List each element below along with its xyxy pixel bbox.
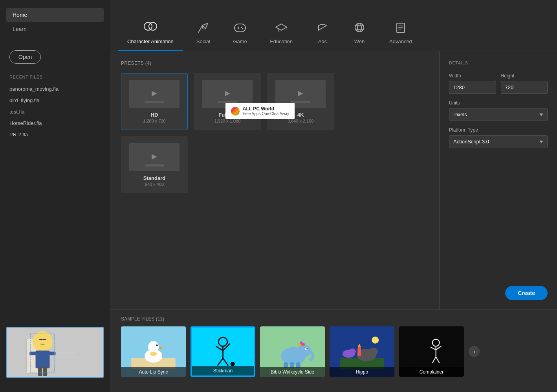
sample-files-section: SAMPLE FILES (11) [110, 310, 557, 392]
preset-4k-name: 4K [297, 112, 304, 118]
svg-point-31 [156, 344, 158, 346]
web-icon [352, 22, 366, 35]
sidebar-navigation: Home Learn [0, 8, 110, 36]
recent-file-item[interactable]: panoroma_moving.fla [0, 83, 110, 95]
preset-standard-size: 640 x 480 [145, 182, 164, 187]
svg-rect-6 [43, 367, 47, 376]
tab-social[interactable]: Social [187, 16, 220, 51]
recent-file-item[interactable]: bird_flying.fla [0, 95, 110, 106]
tab-advanced[interactable]: Advanced [380, 16, 421, 51]
details-panel: DETAILS Width Height Units Pixels Inches… [439, 51, 557, 310]
tab-ads[interactable]: Ads [306, 16, 339, 51]
watermark-text: ALL PC World Free Apps One Click Away [243, 106, 289, 116]
presets-section: PRESETS (4) HD 1,280 x 720 Full HD 1,920… [110, 51, 439, 310]
preset-card-hd[interactable]: HD 1,280 x 720 [121, 73, 188, 130]
svg-rect-4 [49, 352, 56, 355]
tab-game[interactable]: Game [224, 16, 257, 51]
sample-card-auto-lip-sync[interactable]: Auto Lip Sync [121, 326, 186, 377]
svg-point-20 [357, 23, 361, 32]
height-input[interactable] [501, 81, 548, 94]
create-button[interactable]: Create [505, 286, 548, 300]
watermark-overlay: ALL PC World Free Apps One Click Away [225, 103, 295, 119]
details-title: DETAILS [449, 60, 548, 65]
sample-scroll-right[interactable]: › [469, 346, 480, 357]
units-select[interactable]: Pixels Inches Centimeters [449, 108, 548, 121]
tab-education[interactable]: Education [260, 16, 302, 51]
tab-character-animation[interactable]: Character Animation [118, 16, 183, 51]
tab-web[interactable]: Web [343, 16, 376, 51]
svg-point-16 [241, 27, 242, 28]
content-area: PRESETS (4) HD 1,280 x 720 Full HD 1,920… [110, 51, 557, 310]
character-animation-icon [143, 22, 158, 35]
units-field: Units Pixels Inches Centimeters [449, 100, 548, 121]
svg-rect-8 [55, 349, 83, 351]
recent-file-item[interactable]: test.fla [0, 106, 110, 117]
recent-file-item[interactable]: HorseRider.fla [0, 117, 110, 129]
width-label: Width [449, 73, 496, 79]
svg-point-43 [297, 344, 311, 357]
presets-grid: HD 1,280 x 720 Full HD 1,920 x 1,080 4K … [121, 73, 428, 193]
complainer-name: Complainer [399, 367, 464, 377]
preset-hd-icon [129, 80, 180, 108]
tab-character-animation-label: Character Animation [127, 38, 174, 44]
stickman-name: Stickman [192, 366, 254, 376]
dimensions-row: Width Height [449, 73, 548, 94]
sidebar-item-home[interactable]: Home [6, 8, 104, 22]
biblo-name: Biblo Walkcycle Side [260, 367, 325, 377]
sample-card-stickman[interactable]: Stickman [191, 326, 255, 377]
svg-rect-61 [409, 334, 454, 369]
platform-select[interactable]: ActionScript 3.0 HTML5 Canvas WebGL [449, 135, 548, 148]
presets-label: PRESETS (4) [121, 60, 428, 66]
tab-ads-label: Ads [318, 38, 327, 44]
width-group: Width [449, 73, 496, 94]
height-group: Height [501, 73, 548, 94]
svg-rect-13 [235, 24, 246, 32]
svg-rect-5 [38, 367, 42, 376]
svg-rect-59 [357, 347, 361, 356]
tab-web-label: Web [354, 38, 365, 44]
svg-point-40 [231, 362, 235, 366]
svg-point-30 [148, 341, 159, 354]
svg-point-48 [300, 341, 303, 344]
sample-card-complainer[interactable]: Complainer [399, 326, 464, 377]
platform-label: Platform Type [449, 127, 548, 133]
advanced-icon [394, 22, 407, 35]
preset-hd-name: HD [151, 112, 158, 118]
preview-thumbnail [6, 327, 104, 378]
watermark-logo [231, 107, 240, 115]
recent-file-item[interactable]: PR-2.fla [0, 129, 110, 140]
svg-point-11 [144, 22, 152, 30]
education-icon [274, 22, 288, 35]
main-content: Character Animation Social Game Educatio… [110, 0, 557, 392]
svg-point-54 [372, 337, 379, 344]
sample-card-biblo[interactable]: Biblo Walkcycle Side [260, 326, 325, 377]
open-button[interactable]: Open [9, 50, 41, 64]
svg-point-56 [349, 348, 356, 355]
tab-education-label: Education [270, 38, 293, 44]
character-svg [7, 328, 103, 377]
sidebar-preview [0, 321, 110, 384]
auto-lip-sync-name: Auto Lip Sync [121, 367, 186, 377]
preset-card-fullhd[interactable]: Full HD 1,920 x 1,080 [194, 73, 261, 130]
sidebar: Home Learn Open RECENT FILES panoroma_mo… [0, 0, 110, 392]
preset-standard-name: Standard [143, 175, 165, 181]
recent-files-label: RECENT FILES [0, 75, 110, 79]
preset-standard-icon [129, 143, 180, 171]
height-label: Height [501, 73, 548, 79]
tab-game-label: Game [233, 38, 247, 44]
sample-card-hippo[interactable]: Hippo [330, 326, 394, 377]
svg-point-12 [149, 22, 157, 30]
svg-point-19 [355, 23, 364, 32]
preset-card-standard[interactable]: Standard 640 x 480 [121, 136, 188, 193]
sidebar-item-learn[interactable]: Learn [6, 22, 104, 36]
preset-card-4k[interactable]: 4K 3,840 x 2,160 [267, 73, 334, 130]
svg-rect-10 [55, 356, 80, 358]
recent-files-list: panoroma_moving.fla bird_flying.fla test… [0, 83, 110, 140]
preset-4k-size: 3,840 x 2,160 [288, 119, 314, 123]
svg-point-1 [33, 331, 52, 352]
svg-rect-2 [36, 351, 50, 368]
width-input[interactable] [449, 81, 496, 94]
social-icon [197, 22, 209, 35]
preset-hd-size: 1,280 x 720 [143, 119, 166, 123]
game-icon [233, 22, 247, 35]
